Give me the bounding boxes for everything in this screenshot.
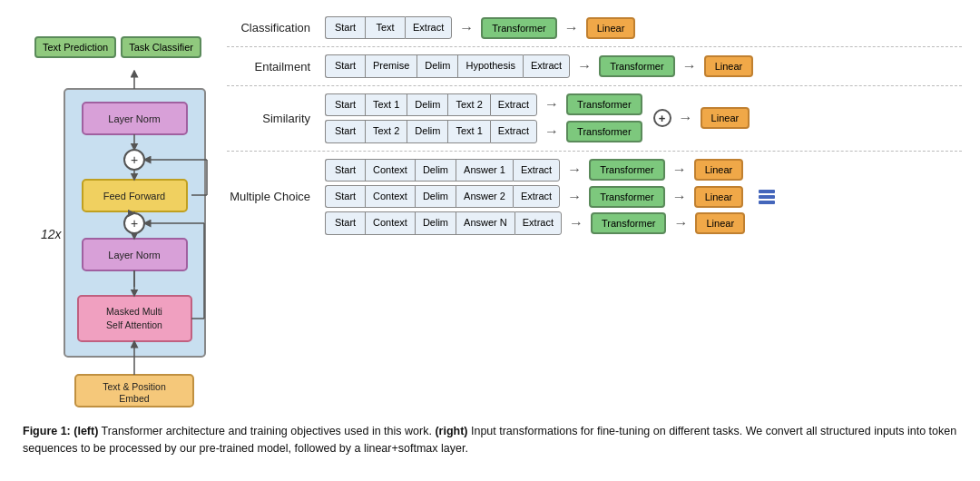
left-architecture: Text Prediction Task Classifier 12x Laye… <box>18 36 218 416</box>
mc-transformer-2: Transformer <box>589 186 665 208</box>
main-container: Text Prediction Task Classifier 12x Laye… <box>0 0 980 466</box>
twelve-x-text: 12x <box>41 227 63 241</box>
svg-text:Text & Position: Text & Position <box>103 381 166 392</box>
entailment-transformer: Transformer <box>599 55 675 77</box>
arrow-mc3b: → <box>673 215 688 231</box>
token-delim: Delim <box>415 185 456 208</box>
token-delim: Delim <box>415 159 456 182</box>
similarity-sequences: Start Text 1 Delim Text 2 Extract → Tran… <box>325 93 642 143</box>
classification-linear: Linear <box>586 17 636 39</box>
arrow-mc1b: → <box>672 162 687 178</box>
svg-text:Layer Norm: Layer Norm <box>108 113 160 124</box>
mc-tokens-2: Start Context Delim Answer 2 Extract <box>325 185 560 208</box>
arrow-mc2: → <box>567 189 582 205</box>
arrow-2: → <box>564 20 579 36</box>
mc-row-3: Start Context Delim Answer N Extract → T… <box>325 211 745 234</box>
token-context: Context <box>365 159 415 182</box>
token-start: Start <box>325 159 365 182</box>
svg-text:Layer Norm: Layer Norm <box>108 250 160 260</box>
sim-linear: Linear <box>701 107 750 129</box>
token-start: Start <box>325 54 365 77</box>
token-extract: Extract <box>513 185 560 208</box>
similarity-label: Similarity <box>227 112 318 125</box>
mc-bars <box>759 190 775 204</box>
token-extract: Extract <box>405 16 452 39</box>
classification-transformer: Transformer <box>481 17 557 39</box>
token-delim: Delim <box>415 211 456 234</box>
sim-plus: + <box>653 109 671 127</box>
svg-text:Feed Forward: Feed Forward <box>103 191 164 201</box>
token-text1: Text 1 <box>447 120 489 142</box>
token-text2: Text 2 <box>447 93 489 116</box>
text-prediction-label: Text Prediction <box>34 36 116 58</box>
sim-tokens-1: Start Text 1 Delim Text 2 Extract <box>325 93 537 116</box>
token-start: Start <box>325 93 365 116</box>
entailment-label: Entailment <box>227 60 318 74</box>
figure-caption: Figure 1: (left) Transformer architectur… <box>18 423 962 457</box>
token-delim: Delim <box>416 54 457 77</box>
token-ans1: Answer 1 <box>456 159 513 182</box>
entailment-linear: Linear <box>704 55 754 77</box>
token-text2: Text 2 <box>365 120 407 142</box>
mc-linear-2: Linear <box>694 186 744 208</box>
arch-svg: 12x Layer Norm + Feed Forward Layer N <box>39 62 216 416</box>
mc-linear-1: Linear <box>694 159 744 181</box>
token-extract: Extract <box>490 93 537 116</box>
arrow-mc1: → <box>567 162 582 178</box>
entailment-row: Entailment Start Premise Delim Hypothesi… <box>227 47 962 85</box>
mc-row-2: Start Context Delim Answer 2 Extract → T… <box>325 185 745 208</box>
token-ans2: Answer 2 <box>456 185 513 208</box>
arrow-2: → <box>682 58 697 74</box>
top-outputs: Text Prediction Task Classifier <box>34 36 201 58</box>
arrow-mc3: → <box>569 215 583 231</box>
svg-rect-16 <box>78 296 191 341</box>
token-start: Start <box>325 185 365 208</box>
similarity-row-2: Start Text 2 Delim Text 1 Extract → Tran… <box>325 120 642 142</box>
entailment-tokens: Start Premise Delim Hypothesis Extract <box>325 54 570 77</box>
token-start: Start <box>325 211 365 234</box>
svg-text:+: + <box>130 152 137 167</box>
mc-tokens-1: Start Context Delim Answer 1 Extract <box>325 159 560 182</box>
classification-label: Classification <box>227 21 318 34</box>
arrow-sim3: → <box>679 110 693 126</box>
similarity-row-1: Start Text 1 Delim Text 2 Extract → Tran… <box>325 93 642 116</box>
token-delim: Delim <box>407 120 447 142</box>
token-hypothesis: Hypothesis <box>457 54 522 77</box>
caption-figure: Figure 1: (left) Transformer architectur… <box>23 425 956 455</box>
token-extract: Extract <box>514 211 562 234</box>
mc-transformer-3: Transformer <box>591 212 667 234</box>
bar-2 <box>759 195 775 199</box>
right-tasks: Classification Start Text Extract → Tran… <box>227 9 962 242</box>
sim-transformer-2: Transformer <box>566 121 642 142</box>
multiple-choice-label: Multiple Choice <box>227 190 318 203</box>
classification-row: Classification Start Text Extract → Tran… <box>227 9 962 47</box>
svg-text:Embed: Embed <box>119 393 149 404</box>
sim-tokens-2: Start Text 2 Delim Text 1 Extract <box>325 120 537 142</box>
mc-sequences: Start Context Delim Answer 1 Extract → T… <box>325 159 745 235</box>
arrow-sim1: → <box>544 96 559 113</box>
token-context: Context <box>365 211 415 234</box>
token-text1: Text 1 <box>365 93 407 116</box>
arrow-mc2b: → <box>672 189 687 205</box>
similarity-row: Similarity Start Text 1 Delim Text 2 Ext… <box>227 86 962 152</box>
token-ansN: Answer N <box>456 211 514 234</box>
classification-pipeline: Start Text Extract → Transformer → Linea… <box>325 16 635 39</box>
sim-combine: + → Linear <box>653 107 750 129</box>
mc-row-1: Start Context Delim Answer 1 Extract → T… <box>325 159 745 182</box>
arrow-sim2: → <box>544 123 559 140</box>
mc-tokens-3: Start Context Delim Answer N Extract <box>325 211 562 234</box>
classification-tokens: Start Text Extract <box>325 16 452 39</box>
token-extract: Extract <box>513 159 560 182</box>
mc-bar-group <box>756 190 775 204</box>
arrow-1: → <box>577 58 592 74</box>
bar-3 <box>759 201 775 204</box>
svg-text:Self Attention: Self Attention <box>106 319 162 330</box>
arrow-1: → <box>459 20 474 36</box>
token-extract: Extract <box>490 120 537 142</box>
token-text: Text <box>365 16 405 39</box>
sim-transformer-1: Transformer <box>566 93 642 115</box>
diagram-area: Text Prediction Task Classifier 12x Laye… <box>18 9 962 416</box>
entailment-pipeline: Start Premise Delim Hypothesis Extract →… <box>325 54 753 77</box>
token-start: Start <box>325 120 365 142</box>
token-extract: Extract <box>523 54 570 77</box>
